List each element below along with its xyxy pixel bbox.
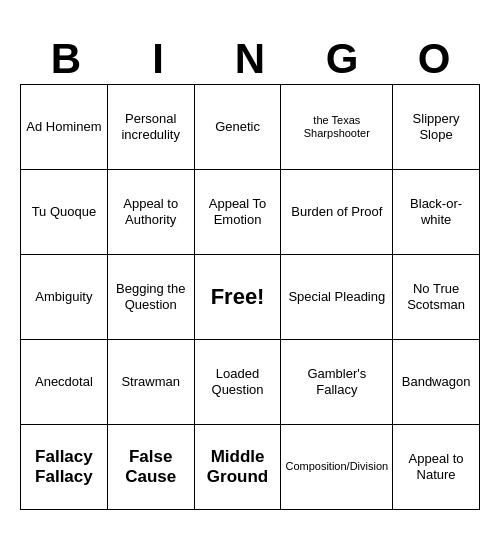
cell-17: Loaded Question (195, 340, 282, 425)
header-b: B (20, 34, 112, 84)
cell-3: the Texas Sharpshooter (281, 85, 393, 170)
bingo-card: B I N G O Ad Hominem Personal incredulit… (20, 34, 480, 510)
header-o: O (388, 34, 480, 84)
cell-20: Fallacy Fallacy (21, 425, 108, 510)
cell-9: Black-or-white (393, 170, 480, 255)
cell-10: Ambiguity (21, 255, 108, 340)
cell-24: Appeal to Nature (393, 425, 480, 510)
cell-19: Bandwagon (393, 340, 480, 425)
cell-22: Middle Ground (195, 425, 282, 510)
cell-18: Gambler's Fallacy (281, 340, 393, 425)
cell-23: Composition/Division (281, 425, 393, 510)
cell-4: Slippery Slope (393, 85, 480, 170)
cell-0: Ad Hominem (21, 85, 108, 170)
cell-7: Appeal To Emotion (195, 170, 282, 255)
cell-5: Tu Quoque (21, 170, 108, 255)
cell-6: Appeal to Authority (108, 170, 195, 255)
cell-free: Free! (195, 255, 282, 340)
header-n: N (204, 34, 296, 84)
cell-11: Begging the Question (108, 255, 195, 340)
header-g: G (296, 34, 388, 84)
header-i: I (112, 34, 204, 84)
cell-14: No True Scotsman (393, 255, 480, 340)
cell-2: Genetic (195, 85, 282, 170)
bingo-grid: Ad Hominem Personal incredulity Genetic … (20, 84, 480, 510)
cell-13: Special Pleading (281, 255, 393, 340)
cell-8: Burden of Proof (281, 170, 393, 255)
bingo-header: B I N G O (20, 34, 480, 84)
cell-1: Personal incredulity (108, 85, 195, 170)
cell-16: Strawman (108, 340, 195, 425)
cell-21: False Cause (108, 425, 195, 510)
cell-15: Anecdotal (21, 340, 108, 425)
